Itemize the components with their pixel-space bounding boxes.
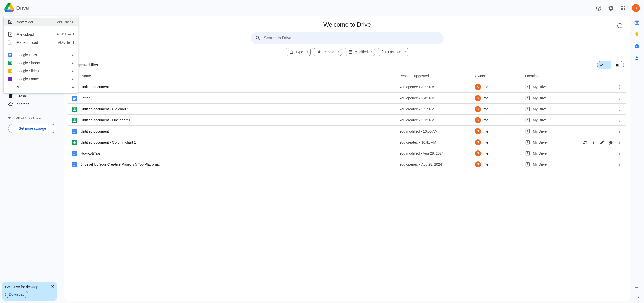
location-cell[interactable]: My Drive [525, 129, 581, 134]
location-cell[interactable]: My Drive [525, 118, 581, 123]
mydrive-icon [525, 140, 530, 145]
svg-point-58 [636, 56, 638, 58]
owner-cell: S me [475, 139, 525, 145]
promo-close-button[interactable]: ✕ [49, 283, 55, 289]
svg-rect-51 [73, 164, 76, 164]
sheets-file-icon [68, 118, 81, 123]
account-avatar[interactable]: S [632, 4, 640, 12]
more-actions-button[interactable] [616, 116, 624, 124]
tasks-addon[interactable] [634, 44, 639, 50]
sidebar-item-storage[interactable]: Storage [4, 100, 60, 108]
calendar-addon[interactable]: 31 [634, 20, 639, 26]
submenu-arrow-icon: ▶ [72, 54, 74, 56]
apps-button[interactable] [618, 3, 628, 13]
menu-item-file-upload[interactable]: File upload Alt+C then U [4, 30, 78, 38]
more-actions-button[interactable] [616, 127, 624, 135]
info-button[interactable] [615, 21, 625, 31]
reason-suggested: You opened • 2:42 PM [399, 96, 475, 100]
svg-rect-22 [72, 96, 77, 101]
drive-logo-icon [4, 3, 14, 14]
more-actions-button[interactable] [616, 160, 624, 168]
grid-view-button[interactable] [611, 61, 624, 69]
welcome-heading: Welcome to Drive [323, 21, 371, 28]
menu-item-folder-new[interactable]: New folder Alt+C then F [4, 18, 78, 26]
keep-addon[interactable] [634, 32, 639, 38]
table-row[interactable]: Letter You opened • 2:42 PM S me My Driv… [68, 93, 626, 104]
svg-rect-26 [73, 99, 75, 100]
submenu-arrow-icon: ▶ [72, 62, 74, 64]
mydrive-icon [525, 129, 530, 134]
file-name: Untitled document [81, 129, 399, 133]
location-cell[interactable]: My Drive [525, 140, 581, 145]
table-row[interactable]: Untitled document You modified • 10:50 A… [68, 126, 626, 137]
menu-item-folder-upload[interactable]: Folder upload Alt+C then I [4, 38, 78, 47]
table-row[interactable]: Untitled document - Line chart 1 You cre… [68, 115, 626, 126]
promo-download-button[interactable]: Download [5, 291, 28, 298]
list-view-button[interactable] [597, 61, 611, 69]
svg-rect-3 [9, 54, 11, 55]
svg-rect-49 [72, 162, 77, 167]
folder-upload-icon [8, 40, 13, 45]
docs-icon [8, 52, 13, 57]
contacts-addon[interactable] [634, 56, 639, 61]
more-actions-button[interactable] [616, 94, 624, 102]
sidebar-item-trash[interactable]: Trash [4, 92, 60, 100]
table-row[interactable]: Untitled document - Pie chart 1 You crea… [68, 104, 626, 115]
mydrive-icon [525, 151, 530, 156]
file-name: 6. Level Up Your Creative Projects 5 Top… [81, 162, 399, 166]
support-button[interactable] [594, 3, 604, 13]
filter-chip-type[interactable]: Type▼ [286, 48, 311, 56]
get-addons-button[interactable] [634, 285, 639, 291]
table-row[interactable]: 6. Level Up Your Creative Projects 5 Top… [68, 159, 626, 170]
slides-icon [8, 68, 13, 73]
download-button[interactable] [590, 138, 598, 146]
menu-item-slides[interactable]: Google Slides ▶ [4, 67, 78, 75]
svg-rect-14 [10, 78, 11, 78]
owner-avatar: S [475, 150, 481, 156]
location-cell[interactable]: My Drive [525, 96, 581, 101]
svg-rect-35 [72, 129, 77, 134]
table-row[interactable]: Untitled document You opened • 4:32 PM S… [68, 81, 626, 93]
table-row[interactable]: Untitled document - Column chart 1 You c… [68, 137, 626, 148]
more-actions-button[interactable] [616, 83, 624, 91]
share-button[interactable] [581, 138, 589, 146]
location-cell[interactable]: My Drive [525, 107, 581, 112]
docs-file-icon [68, 129, 81, 134]
main-content: Welcome to Drive Type▼People▼Modified▼Lo… [64, 16, 630, 301]
menu-item-docs[interactable]: Google Docs ▶ [4, 51, 78, 59]
file-name: How-to&Tips [81, 151, 399, 155]
reason-suggested: You opened • Aug 28, 2024 [399, 162, 475, 166]
menu-item-sheets[interactable]: Google Sheets ▶ [4, 59, 78, 67]
get-more-storage-button[interactable]: Get more storage [8, 124, 56, 133]
menu-item-forms[interactable]: Google Forms ▶ [4, 75, 78, 83]
location-cell[interactable]: My Drive [525, 84, 581, 90]
docs-file-icon [68, 162, 81, 167]
menu-item-more[interactable]: More ▶ [4, 83, 78, 91]
location-cell[interactable]: My Drive [525, 151, 581, 156]
svg-rect-25 [73, 98, 76, 99]
search-input[interactable] [264, 36, 440, 40]
logo[interactable]: Drive [4, 3, 64, 14]
svg-rect-15 [9, 79, 9, 79]
hide-side-panel-button[interactable] [636, 295, 641, 300]
filter-chip-modified[interactable]: Modified▼ [345, 48, 375, 56]
rename-button[interactable] [598, 138, 606, 146]
filter-chip-location[interactable]: Location▼ [378, 48, 408, 56]
filter-chip-people[interactable]: People▼ [314, 48, 342, 56]
person-icon [317, 50, 321, 54]
star-button[interactable] [607, 138, 615, 146]
sheets-file-icon [68, 107, 81, 112]
svg-rect-44 [72, 151, 77, 156]
svg-rect-4 [9, 55, 11, 56]
search-bar[interactable] [251, 32, 444, 44]
location-cell[interactable]: My Drive [525, 162, 581, 167]
docs-file-icon [68, 96, 81, 101]
svg-rect-13 [9, 78, 9, 78]
table-row[interactable]: How-to&Tips You modified • Aug 28, 2024 … [68, 148, 626, 159]
file-name: Untitled document - Line chart 1 [81, 118, 399, 122]
owner-cell: S me [475, 117, 525, 123]
more-actions-button[interactable] [616, 149, 624, 157]
settings-button[interactable] [606, 3, 616, 13]
more-actions-button[interactable] [616, 105, 624, 113]
more-actions-button[interactable] [616, 138, 624, 146]
